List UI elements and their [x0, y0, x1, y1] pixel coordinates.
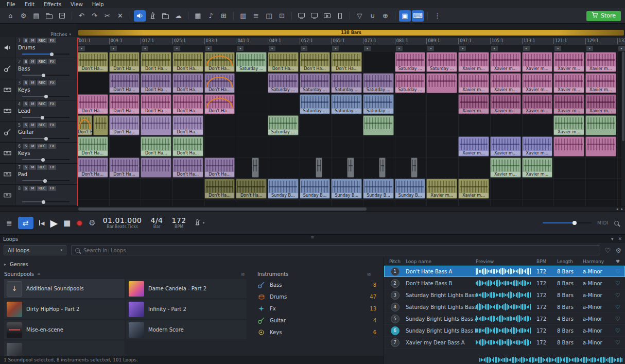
monitoring-button[interactable]: [134, 10, 146, 22]
audio-clip[interactable]: Xavier m...: [490, 94, 521, 114]
inspector-button[interactable]: [334, 10, 346, 22]
save-project-button[interactable]: [56, 10, 68, 22]
scroll-right-icon[interactable]: ▸: [621, 207, 623, 211]
clip-variation-dropdown[interactable]: ▾: [301, 46, 307, 51]
track-5-rec-button[interactable]: REC: [37, 123, 47, 128]
track-header-3[interactable]: 3SMRECFXKeys: [0, 79, 77, 100]
audio-clip[interactable]: Xavier m...: [490, 73, 521, 93]
track-3-fx-button[interactable]: FX: [48, 80, 56, 85]
audio-clip[interactable]: Don't Ha...: [204, 52, 235, 72]
pitch-circle[interactable]: 4: [391, 303, 400, 311]
track-header-2[interactable]: 2SMRECFXBass: [0, 58, 77, 79]
track-canvas[interactable]: Don't Ha...Don't Ha...Don't Ha...Don't H…: [77, 51, 625, 206]
track-4-rec-button[interactable]: REC: [37, 101, 47, 107]
snap-button[interactable]: ∪: [367, 10, 378, 22]
track-volume-slider[interactable]: [22, 94, 70, 98]
audio-clip[interactable]: Xavier m...: [522, 52, 553, 72]
genres-section-toggle[interactable]: ▸ Genres: [4, 259, 384, 269]
audio-clip[interactable]: Xavier m...: [426, 179, 457, 199]
preview-cell[interactable]: [476, 279, 536, 287]
loop-row[interactable]: 5Sunday Bright Lights Bass A1724 Barsa-M…: [384, 313, 625, 325]
track-8-m-button[interactable]: M: [29, 186, 36, 191]
loop-row[interactable]: 3Saturday Bright Lights Bass A1728 Barsa…: [384, 289, 625, 301]
slider-knob[interactable]: [50, 53, 54, 56]
track-6-rec-button[interactable]: REC: [37, 144, 47, 149]
track-header-8[interactable]: 8SMRECFX: [0, 185, 77, 206]
pitch-circle[interactable]: 1: [391, 267, 400, 276]
audio-clip[interactable]: Xavier m...: [458, 94, 489, 114]
audio-clip[interactable]: [141, 158, 171, 178]
skip-to-start-button[interactable]: ◀: [39, 220, 45, 226]
audio-clip[interactable]: Don't Ha...: [141, 52, 171, 72]
audio-clip[interactable]: Don't Ha...: [204, 179, 235, 199]
audio-clip[interactable]: Xavier m...: [490, 52, 521, 72]
collapse-section-icon[interactable]: ≋: [367, 271, 371, 277]
audio-clip[interactable]: Xavier m...: [490, 136, 521, 157]
close-icon[interactable]: ✕: [618, 236, 622, 241]
audio-clip[interactable]: Don't Ha...: [172, 158, 203, 178]
loop-row[interactable]: 4Saturday Bright Lights Bass B1728 Barsa…: [384, 301, 625, 313]
audio-clip[interactable]: Don't Ha...: [172, 115, 203, 135]
metronome-toggle[interactable]: ▾: [194, 218, 206, 228]
track-volume-slider[interactable]: [22, 179, 70, 183]
chevron-down-icon[interactable]: ▾: [611, 236, 614, 241]
track-2-fx-button[interactable]: FX: [48, 59, 56, 64]
audio-clip[interactable]: Saturday ...: [300, 73, 331, 93]
track-6-fx-button[interactable]: FX: [48, 144, 56, 149]
video-monitor-button[interactable]: [296, 10, 307, 22]
clip-variation-dropdown[interactable]: ▾: [173, 46, 180, 51]
soundpool-item[interactable]: Dirty HipHop - Part 2: [4, 300, 125, 319]
column-header-name[interactable]: Loop name: [406, 259, 476, 264]
audio-clip[interactable]: Sunday B...: [268, 179, 299, 199]
audio-clip[interactable]: Don't Ha...: [109, 94, 140, 114]
favorite-heart-icon[interactable]: ♡: [612, 327, 624, 334]
track-header-7[interactable]: 7SMRECFXPad: [0, 164, 77, 185]
fx-panel-button[interactable]: ▣: [399, 10, 411, 22]
slider-knob[interactable]: [43, 179, 47, 183]
clip-variation-dropdown[interactable]: ▾: [332, 46, 339, 51]
audio-clip[interactable]: Saturday ...: [363, 73, 394, 93]
delete-button[interactable]: ✕: [114, 10, 126, 22]
clip-variation-dropdown[interactable]: ▾: [491, 46, 498, 51]
new-project-button[interactable]: ▤: [30, 10, 42, 22]
clip-variation-dropdown[interactable]: ▾: [427, 46, 434, 51]
soundpool-item[interactable]: [4, 341, 125, 356]
track-7-s-button[interactable]: S: [23, 165, 28, 170]
preview-cell[interactable]: [476, 267, 536, 275]
track-2-m-button[interactable]: M: [29, 59, 36, 64]
track-8-s-button[interactable]: S: [23, 186, 28, 191]
audio-clip[interactable]: Don't Ha...: [77, 115, 92, 135]
audio-clip[interactable]: Saturday ...: [268, 115, 299, 135]
loop-filter-dropdown[interactable]: All loops ▾: [4, 245, 66, 255]
audio-clip[interactable]: Xavier m...: [585, 52, 616, 72]
melody-editor-button[interactable]: ♪: [205, 10, 217, 22]
audio-clip[interactable]: Don't Ha...: [172, 73, 203, 93]
open-project-button[interactable]: [43, 10, 55, 22]
track-volume-slider[interactable]: [22, 52, 70, 56]
instrument-filter-item[interactable]: Guitar4: [257, 315, 376, 326]
column-header-bpm[interactable]: BPM: [536, 259, 557, 264]
clip-variation-dropdown[interactable]: ▾: [110, 46, 117, 51]
track-6-s-button[interactable]: S: [23, 144, 28, 149]
audio-clip[interactable]: Xavier m...: [490, 158, 521, 178]
audio-clip[interactable]: Xavier m...: [458, 136, 489, 157]
slider-knob[interactable]: [41, 116, 44, 119]
menu-file[interactable]: File: [2, 1, 20, 8]
menu-edit[interactable]: Edit: [20, 1, 39, 8]
track-header-4[interactable]: 4SMRECFXLead: [0, 100, 77, 122]
favorite-heart-icon[interactable]: ♡: [612, 268, 624, 275]
instrument-filter-item[interactable]: Drums47: [257, 291, 376, 303]
loop-row[interactable]: 6Sunday Bright Lights Bass B1728 Barsa-M…: [384, 325, 625, 337]
settings-button[interactable]: ⚙: [18, 10, 29, 22]
menu-effects[interactable]: Effects: [39, 1, 66, 8]
audio-clip[interactable]: Don't Ha...: [77, 94, 108, 114]
track-7-fx-button[interactable]: FX: [48, 165, 56, 170]
track-volume-slider[interactable]: [22, 73, 70, 77]
track-7-m-button[interactable]: M: [29, 165, 36, 170]
audio-clip[interactable]: Don't Ha...: [77, 136, 108, 157]
track-5-fx-button[interactable]: FX: [48, 123, 56, 128]
audio-clip[interactable]: Saturday ...: [426, 52, 457, 72]
redo-button[interactable]: ↷: [89, 10, 100, 22]
audio-clip[interactable]: Don't Ha...: [109, 158, 140, 178]
audio-clip[interactable]: [347, 158, 354, 178]
